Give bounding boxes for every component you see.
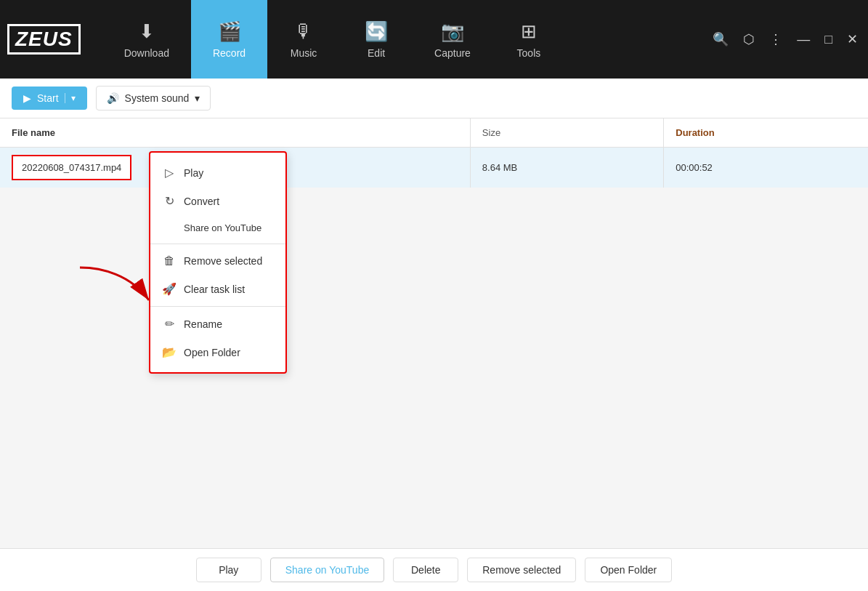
close-button[interactable]: ✕ (844, 28, 861, 50)
bottom-open-folder-button[interactable]: Open Folder (585, 558, 672, 582)
context-menu-share-youtube[interactable]: Share on YouTube (150, 215, 285, 241)
context-menu-open-folder[interactable]: 📂 Open Folder (150, 338, 285, 366)
start-chevron-icon: ▾ (65, 93, 76, 103)
context-menu-clear-task[interactable]: 🚀 Clear task list (150, 275, 285, 303)
more-menu-button[interactable]: ⋮ (766, 28, 785, 50)
context-menu-rename[interactable]: ✏ Rename (150, 310, 285, 338)
file-size: 8.64 MB (470, 148, 663, 188)
music-icon: 🎙 (294, 20, 313, 43)
start-button[interactable]: ▶ Start ▾ (12, 87, 87, 110)
file-name-box: 20220608_074317.mp4 (12, 155, 131, 180)
header: ZEUS ⬇ Download 🎬 Record 🎙 Music 🔄 Edit … (0, 0, 868, 79)
play-menu-label: Play (184, 167, 203, 179)
context-menu-convert[interactable]: ↻ Convert (150, 187, 285, 215)
arrow-annotation (73, 260, 160, 318)
sound-icon: 🔊 (107, 92, 119, 104)
tab-music-label: Music (291, 47, 317, 59)
sound-chevron-icon: ▾ (195, 92, 200, 104)
bottom-remove-selected-button[interactable]: Remove selected (467, 558, 576, 582)
header-controls: 🔍 ⬡ ⋮ — □ ✕ (710, 28, 861, 50)
rename-menu-label: Rename (184, 318, 222, 330)
table-row[interactable]: 20220608_074317.mp4 8.64 MB 00:00:52 (0, 148, 868, 188)
file-duration: 00:00:52 (664, 148, 868, 188)
app-layout: ZEUS ⬇ Download 🎬 Record 🎙 Music 🔄 Edit … (0, 0, 868, 591)
col-filename: File name (0, 118, 470, 148)
context-menu-play[interactable]: ▷ Play (150, 158, 285, 187)
remove-selected-menu-label: Remove selected (184, 255, 262, 267)
rename-menu-icon: ✏ (162, 317, 177, 331)
share-youtube-menu-label: Share on YouTube (184, 222, 261, 233)
tab-music[interactable]: 🎙 Music (267, 0, 340, 79)
bottom-play-button[interactable]: Play (196, 558, 261, 582)
context-menu-remove-selected[interactable]: 🗑 Remove selected (150, 247, 285, 275)
col-duration: Duration (664, 118, 868, 148)
tab-tools-label: Tools (517, 47, 541, 59)
convert-menu-label: Convert (184, 196, 219, 207)
sound-label: System sound (125, 92, 190, 104)
tab-download-label: Download (124, 47, 169, 59)
tab-capture-label: Capture (434, 47, 471, 59)
play-menu-icon: ▷ (162, 166, 177, 180)
clear-task-menu-icon: 🚀 (162, 282, 177, 296)
record-icon: 🎬 (218, 20, 241, 43)
tab-record[interactable]: 🎬 Record (191, 0, 267, 79)
tab-tools[interactable]: ⊞ Tools (492, 0, 565, 79)
remove-selected-menu-icon: 🗑 (162, 254, 177, 268)
search-button[interactable]: 🔍 (710, 28, 731, 50)
capture-icon: 📷 (441, 20, 464, 43)
start-play-icon: ▶ (23, 92, 31, 104)
convert-menu-icon: ↻ (162, 194, 177, 208)
file-table-container: File name Size Duration (0, 118, 868, 571)
open-folder-menu-icon: 📂 (162, 345, 177, 359)
start-label: Start (37, 92, 59, 104)
edit-icon: 🔄 (365, 20, 388, 43)
app-logo: ZEUS (7, 24, 81, 55)
bottom-share-youtube-button[interactable]: Share on YouTube (270, 558, 384, 582)
file-name: 20220608_074317.mp4 (22, 162, 121, 173)
maximize-button[interactable]: □ (822, 29, 835, 50)
share-button[interactable]: ⬡ (740, 28, 758, 50)
tab-capture[interactable]: 📷 Capture (413, 0, 492, 79)
file-table: File name Size Duration (0, 118, 868, 188)
tab-edit-label: Edit (368, 47, 385, 59)
tab-download[interactable]: ⬇ Download (102, 0, 191, 79)
menu-divider-2 (150, 306, 285, 307)
bottom-bar: Play Share on YouTube Delete Remove sele… (0, 548, 868, 591)
tab-record-label: Record (213, 47, 246, 59)
context-menu: ▷ Play ↻ Convert Share on YouTube 🗑 Remo… (149, 151, 287, 374)
nav-tabs: ⬇ Download 🎬 Record 🎙 Music 🔄 Edit 📷 Cap… (102, 0, 710, 79)
tools-icon: ⊞ (521, 20, 537, 43)
content-area: ▶ Start ▾ 🔊 System sound ▾ File name (0, 79, 868, 591)
bottom-delete-button[interactable]: Delete (393, 558, 458, 582)
download-icon: ⬇ (139, 20, 155, 43)
clear-task-menu-label: Clear task list (184, 284, 245, 295)
menu-divider-1 (150, 244, 285, 244)
toolbar: ▶ Start ▾ 🔊 System sound ▾ (0, 79, 868, 118)
sound-button[interactable]: 🔊 System sound ▾ (96, 86, 211, 110)
minimize-button[interactable]: — (794, 29, 813, 50)
open-folder-menu-label: Open Folder (184, 347, 240, 358)
col-size: Size (470, 118, 663, 148)
tab-edit[interactable]: 🔄 Edit (340, 0, 413, 79)
